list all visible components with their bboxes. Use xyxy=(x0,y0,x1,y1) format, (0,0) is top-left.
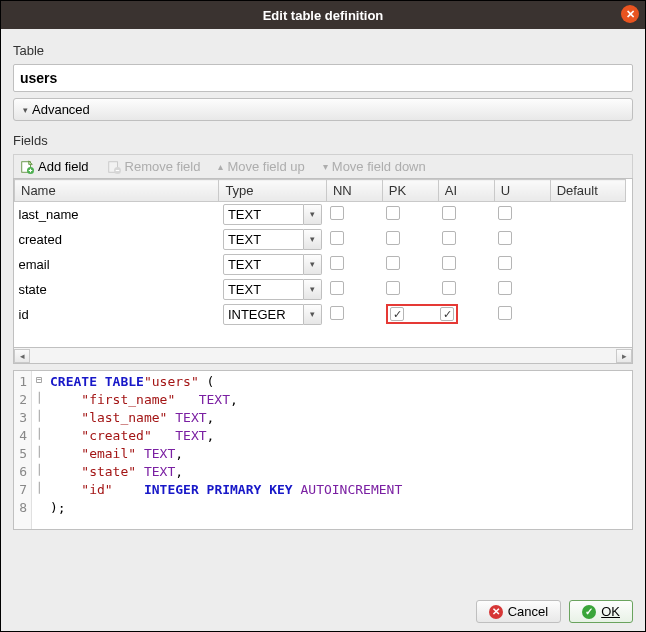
field-name[interactable]: last_name xyxy=(15,202,219,227)
default-cell[interactable] xyxy=(550,227,625,252)
dialog-content: Table ▾ Advanced Fields Add field Remove… xyxy=(1,29,645,631)
table-name-input[interactable] xyxy=(13,64,633,92)
checkbox[interactable] xyxy=(386,256,400,270)
checkbox[interactable] xyxy=(442,281,456,295)
dialog-footer: ✕ Cancel ✓ OK xyxy=(13,590,633,623)
col-nn[interactable]: NN xyxy=(326,180,382,202)
default-cell[interactable] xyxy=(550,277,625,302)
checkbox[interactable] xyxy=(498,231,512,245)
sql-code: CREATE TABLE"users" ( "first_name" TEXT,… xyxy=(46,371,406,529)
ok-button[interactable]: ✓ OK xyxy=(569,600,633,623)
field-name[interactable]: state xyxy=(15,277,219,302)
checkbox[interactable] xyxy=(330,306,344,320)
type-select[interactable]: TEXT xyxy=(223,279,305,300)
checkbox[interactable] xyxy=(386,231,400,245)
table-row[interactable]: createdTEXT▾ xyxy=(15,227,626,252)
move-down-button: ▾ Move field down xyxy=(323,159,426,174)
col-ai[interactable]: AI xyxy=(438,180,494,202)
add-icon xyxy=(20,160,34,174)
ok-icon: ✓ xyxy=(582,605,596,619)
col-type[interactable]: Type xyxy=(219,180,327,202)
dropdown-icon[interactable]: ▾ xyxy=(304,229,322,250)
checkbox[interactable] xyxy=(498,306,512,320)
col-default[interactable]: Default xyxy=(550,180,625,202)
advanced-button[interactable]: ▾ Advanced xyxy=(13,98,633,121)
type-select[interactable]: INTEGER xyxy=(223,304,305,325)
remove-icon xyxy=(107,160,121,174)
checkbox[interactable] xyxy=(386,281,400,295)
field-name[interactable]: email xyxy=(15,252,219,277)
checkbox[interactable] xyxy=(498,256,512,270)
down-icon: ▾ xyxy=(323,161,328,172)
checkbox[interactable] xyxy=(498,281,512,295)
checkbox[interactable] xyxy=(330,231,344,245)
dropdown-icon[interactable]: ▾ xyxy=(304,254,322,275)
table-row[interactable]: idINTEGER▾✓✓ xyxy=(15,302,626,327)
checkbox[interactable] xyxy=(442,256,456,270)
checkbox[interactable] xyxy=(498,206,512,220)
default-cell[interactable] xyxy=(550,202,625,227)
fields-label: Fields xyxy=(13,133,633,148)
titlebar: Edit table definition ✕ xyxy=(1,1,645,29)
dropdown-icon[interactable]: ▾ xyxy=(304,304,322,325)
type-select[interactable]: TEXT xyxy=(223,229,305,250)
checkbox[interactable] xyxy=(330,206,344,220)
checkbox[interactable]: ✓ xyxy=(440,307,454,321)
scroll-right-icon[interactable]: ▸ xyxy=(616,349,632,363)
field-name[interactable]: id xyxy=(15,302,219,327)
type-select[interactable]: TEXT xyxy=(223,254,305,275)
type-select[interactable]: TEXT xyxy=(223,204,305,225)
checkbox[interactable] xyxy=(330,281,344,295)
checkbox[interactable] xyxy=(442,231,456,245)
horizontal-scrollbar[interactable]: ◂ ▸ xyxy=(13,348,633,364)
checkbox[interactable] xyxy=(330,256,344,270)
add-field-button[interactable]: Add field xyxy=(20,159,89,174)
table-row[interactable]: stateTEXT▾ xyxy=(15,277,626,302)
cancel-button[interactable]: ✕ Cancel xyxy=(476,600,561,623)
table-label: Table xyxy=(13,43,633,58)
dropdown-icon[interactable]: ▾ xyxy=(304,204,322,225)
close-icon[interactable]: ✕ xyxy=(621,5,639,23)
default-cell[interactable] xyxy=(550,252,625,277)
dropdown-icon[interactable]: ▾ xyxy=(304,279,322,300)
field-name[interactable]: created xyxy=(15,227,219,252)
col-u[interactable]: U xyxy=(494,180,550,202)
window-title: Edit table definition xyxy=(263,8,384,23)
fields-toolbar: Add field Remove field ▴ Move field up ▾… xyxy=(13,154,633,178)
cancel-icon: ✕ xyxy=(489,605,503,619)
remove-field-button: Remove field xyxy=(107,159,201,174)
checkbox[interactable] xyxy=(386,206,400,220)
checkbox[interactable] xyxy=(442,206,456,220)
line-gutter: 12345678 xyxy=(14,371,32,529)
table-row[interactable]: last_nameTEXT▾ xyxy=(15,202,626,227)
fold-gutter: ⊟││││││ xyxy=(32,371,46,529)
default-cell[interactable] xyxy=(550,302,625,327)
checkbox[interactable]: ✓ xyxy=(390,307,404,321)
chevron-down-icon: ▾ xyxy=(23,105,28,115)
col-pk[interactable]: PK xyxy=(382,180,438,202)
fields-table[interactable]: Name Type NN PK AI U Default last_nameTE… xyxy=(13,178,633,348)
scroll-left-icon[interactable]: ◂ xyxy=(14,349,30,363)
up-icon: ▴ xyxy=(218,161,223,172)
move-up-button: ▴ Move field up xyxy=(218,159,304,174)
sql-preview[interactable]: 12345678 ⊟││││││ CREATE TABLE"users" ( "… xyxy=(13,370,633,530)
table-row[interactable]: emailTEXT▾ xyxy=(15,252,626,277)
col-name[interactable]: Name xyxy=(15,180,219,202)
